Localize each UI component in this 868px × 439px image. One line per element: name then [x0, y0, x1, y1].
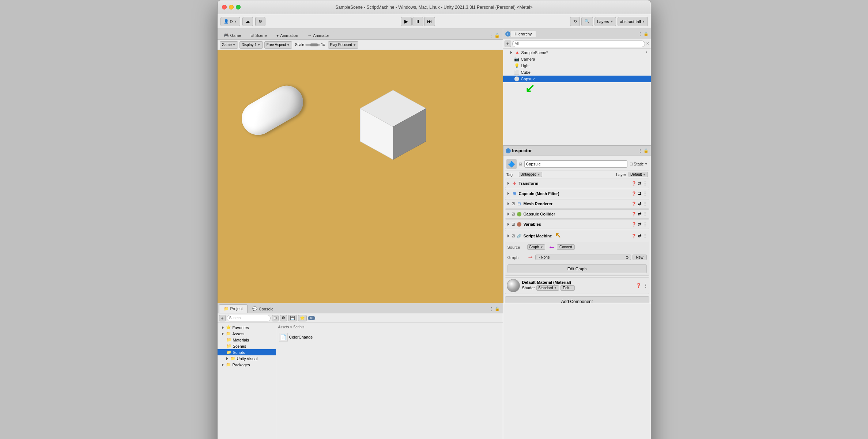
display-dropdown[interactable]: Display 1 ▼: [239, 41, 263, 49]
collider-checkbox[interactable]: ☑: [512, 212, 515, 216]
mesh-renderer-help-icon[interactable]: ❓: [631, 202, 637, 206]
shader-dropdown[interactable]: Standard ▼: [536, 285, 559, 291]
close-button[interactable]: [222, 5, 227, 9]
mesh-filter-menu-icon[interactable]: ⋮: [643, 191, 647, 196]
variables-header[interactable]: ☑ 🟤 Variables ❓ ⇄ ⋮: [505, 220, 649, 229]
tab-scene[interactable]: ⊞ Scene: [246, 31, 271, 39]
script-machine-header[interactable]: ☑ 🔗 Script Machine ↙ ❓ ⇄ ⋮: [505, 230, 649, 242]
hierarchy-item-capsule[interactable]: ⚪ Capsule: [503, 76, 651, 82]
hierarchy-item-cube[interactable]: ⬜ Cube: [503, 69, 651, 76]
tab-hierarchy[interactable]: Hierarchy: [511, 31, 536, 37]
sm-settings-icon[interactable]: ⇄: [638, 234, 641, 238]
proj-file-colorchange[interactable]: 📄 ColorChange: [278, 331, 501, 343]
settings-button[interactable]: ⚙: [255, 17, 265, 26]
capsule-collider-header[interactable]: ☑ 🟢 Capsule Collider ❓ ⇄ ⋮: [505, 210, 649, 218]
material-menu-icon[interactable]: ⋮: [644, 283, 648, 288]
proj-favorites[interactable]: ⭐ Favorites: [218, 324, 276, 331]
variables-checkbox[interactable]: ☑: [512, 222, 515, 226]
edit-graph-button[interactable]: Edit Graph: [507, 264, 647, 273]
viewport-canvas[interactable]: [218, 50, 503, 303]
mesh-filter-header[interactable]: ⊞ Capsule (Mesh Filter) ❓ ⇄ ⋮: [505, 189, 649, 198]
tab-options-icon[interactable]: ⋮: [489, 33, 493, 38]
hierarchy-search-input[interactable]: [512, 41, 645, 47]
transform-settings-icon[interactable]: ⇄: [638, 181, 641, 186]
hierarchy-add-button[interactable]: +: [505, 41, 511, 47]
tab-animator[interactable]: → Animator: [303, 31, 334, 39]
project-filter-btn[interactable]: ⚙: [280, 315, 287, 321]
project-menu-icon[interactable]: ⋮: [489, 306, 493, 312]
source-dropdown[interactable]: Graph ▼: [527, 244, 546, 250]
proj-unity-visual[interactable]: 📁 Unity.Visual: [218, 355, 276, 362]
static-toggle[interactable]: ☐ Static ▼: [630, 162, 648, 166]
proj-assets[interactable]: 📁 Assets: [218, 331, 276, 337]
object-name-field[interactable]: [524, 160, 628, 168]
mesh-filter-settings-icon[interactable]: ⇄: [638, 191, 641, 196]
project-view-btn[interactable]: ⊞: [272, 315, 279, 321]
hierarchy-item-samplescene[interactable]: 🔺 SampleScene* ⋮: [503, 49, 651, 56]
layout-dropdown[interactable]: abstract-tall ▼: [618, 17, 648, 26]
history-button[interactable]: ⟲: [570, 17, 580, 26]
script-machine-checkbox[interactable]: ☑: [512, 234, 515, 238]
lock-icon[interactable]: 🔒: [494, 33, 500, 38]
project-lock-icon[interactable]: 🔒: [495, 306, 500, 312]
convert-button[interactable]: Convert: [557, 244, 575, 250]
add-component-button[interactable]: Add Component: [505, 296, 649, 303]
variables-menu-icon[interactable]: ⋮: [643, 222, 647, 227]
project-search-input[interactable]: [227, 315, 271, 321]
active-checkbox[interactable]: ☑: [519, 162, 522, 166]
search-clear-icon[interactable]: ✕: [646, 41, 649, 46]
proj-scenes[interactable]: 📁 Scenes: [218, 343, 276, 349]
proj-scripts[interactable]: 📁 Scripts: [218, 349, 276, 355]
collider-menu-icon[interactable]: ⋮: [643, 211, 647, 217]
mesh-renderer-checkbox[interactable]: ☑: [512, 202, 515, 206]
material-help-icon[interactable]: ❓: [636, 283, 641, 288]
transform-menu-icon[interactable]: ⋮: [643, 181, 647, 186]
play-focused-dropdown[interactable]: Play Focused ▼: [328, 41, 359, 49]
graph-field[interactable]: ○ None ⊙: [535, 255, 631, 260]
mesh-renderer-settings-icon[interactable]: ⇄: [638, 202, 641, 206]
account-button[interactable]: 👤 D ▼: [220, 17, 241, 26]
inspector-lock-icon[interactable]: 🔒: [644, 148, 649, 153]
step-button[interactable]: ⏭: [424, 17, 435, 26]
tab-animation[interactable]: ● Animation: [272, 31, 303, 39]
cloud-button[interactable]: ☁: [242, 17, 253, 26]
tag-dropdown[interactable]: Untagged ▼: [519, 172, 542, 177]
sm-menu-icon[interactable]: ⋮: [643, 233, 647, 238]
tab-console[interactable]: 💬 Console: [248, 304, 278, 313]
project-save-btn[interactable]: 💾: [288, 315, 297, 321]
proj-packages[interactable]: 📁 Packages: [218, 362, 276, 368]
collider-help-icon[interactable]: ❓: [631, 212, 637, 217]
transform-header[interactable]: ✛ Transform ❓ ⇄ ⋮: [505, 179, 649, 188]
maximize-button[interactable]: [236, 5, 241, 9]
hierarchy-item-light[interactable]: 💡 Light: [503, 62, 651, 69]
material-edit-button[interactable]: Edit...: [561, 285, 575, 291]
search-button[interactable]: 🔍: [581, 17, 593, 26]
variables-help-icon[interactable]: ❓: [631, 222, 637, 227]
aspect-dropdown[interactable]: Free Aspect ▼: [264, 41, 292, 49]
play-button[interactable]: ▶: [401, 17, 412, 26]
hierarchy-item-camera[interactable]: 📷 Camera: [503, 56, 651, 62]
sm-help-icon[interactable]: ❓: [631, 234, 637, 238]
variables-settings-icon[interactable]: ⇄: [638, 222, 641, 227]
inspector-menu-icon[interactable]: ⋮: [638, 148, 642, 153]
project-star-btn[interactable]: ⭐: [298, 315, 307, 321]
project-add-button[interactable]: +: [219, 315, 226, 321]
transform-help-icon[interactable]: ❓: [631, 181, 637, 186]
layer-dropdown[interactable]: Default ▼: [629, 172, 648, 177]
new-button[interactable]: New: [633, 255, 646, 260]
game-mode-dropdown[interactable]: Game ▼: [220, 41, 238, 49]
layers-dropdown[interactable]: Layers ▼: [595, 17, 616, 26]
mesh-renderer-menu-icon[interactable]: ⋮: [643, 201, 647, 206]
mesh-filter-help-icon[interactable]: ❓: [631, 191, 637, 196]
tab-game[interactable]: 🎮 Game: [219, 31, 246, 39]
tab-project[interactable]: 📁 Project: [219, 304, 248, 313]
pause-button[interactable]: ⏸: [412, 17, 423, 26]
hierarchy-lock-icon[interactable]: 🔒: [644, 31, 649, 37]
hierarchy-scene-menu[interactable]: ⋮: [645, 50, 649, 55]
collider-settings-icon[interactable]: ⇄: [638, 212, 641, 217]
proj-materials[interactable]: 📁 Materials: [218, 337, 276, 343]
mesh-renderer-header[interactable]: ☑ ⊟ Mesh Renderer ❓ ⇄ ⋮: [505, 199, 649, 208]
hierarchy-menu-icon[interactable]: ⋮: [638, 31, 642, 37]
scale-slider[interactable]: [305, 44, 320, 46]
minimize-button[interactable]: [229, 5, 234, 9]
